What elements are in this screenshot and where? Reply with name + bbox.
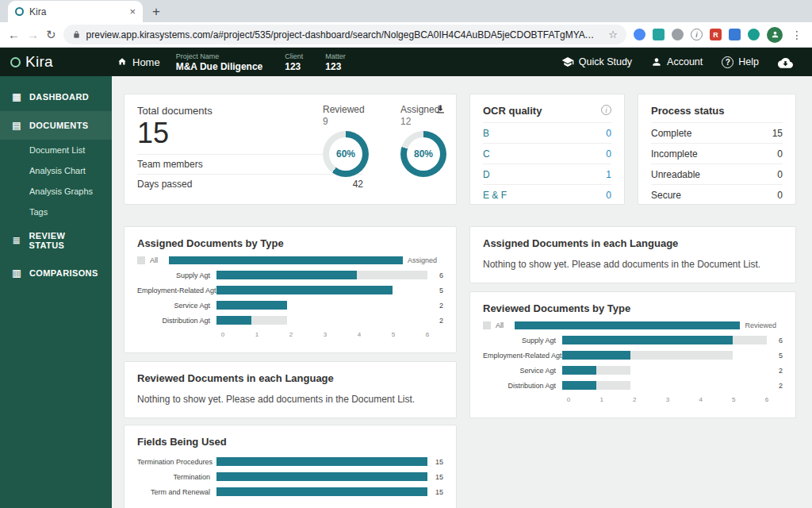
- account-button[interactable]: Account: [651, 56, 703, 67]
- bar-total-label: 15: [427, 488, 443, 496]
- sidebar-item-documents[interactable]: ▤ DOCUMENTS: [0, 111, 112, 140]
- axis-tick-label: 3: [324, 331, 327, 338]
- assigned-percentage: 80%: [400, 131, 446, 177]
- reload-button[interactable]: ↻: [46, 28, 56, 42]
- download-report-button[interactable]: [435, 103, 446, 115]
- app-header: Kira Home Project Name M&A Due Diligence…: [0, 48, 812, 76]
- ocr-grade-count[interactable]: 0: [606, 148, 611, 160]
- home-icon: [117, 56, 128, 67]
- help-button[interactable]: ? Help: [722, 56, 759, 68]
- kira-logo[interactable]: Kira: [0, 53, 112, 71]
- reviewed-documents-language-card: Reviewed Documents in each Language Noth…: [124, 361, 457, 418]
- extension-icon[interactable]: [672, 29, 684, 40]
- question-icon: ?: [722, 56, 733, 68]
- bar-category-label: Service Agt: [483, 367, 562, 375]
- forward-button[interactable]: →: [27, 28, 39, 41]
- chart-row: Termination15: [137, 472, 443, 481]
- chart-row: Termination Procedures15: [137, 457, 443, 466]
- bar-category-label: Termination: [137, 473, 216, 481]
- project-name-block: Project Name M&A Due Diligence: [176, 52, 263, 72]
- sidebar-item-analysis-graphs[interactable]: Analysis Graphs: [0, 181, 112, 202]
- axis-tick-label: 5: [392, 331, 395, 338]
- card-title: Assigned Documents by Type: [137, 237, 443, 249]
- ocr-grade-count[interactable]: 0: [606, 190, 611, 201]
- process-label: Secure: [651, 190, 681, 201]
- extension-r-icon[interactable]: R: [710, 29, 722, 40]
- ocr-grade-count[interactable]: 0: [606, 128, 611, 139]
- extension-camera-icon[interactable]: [653, 29, 665, 40]
- ocr-grade-count[interactable]: 1: [606, 169, 611, 180]
- reviewed-label: Reviewed: [323, 104, 385, 115]
- sidebar-item-analysis-chart[interactable]: Analysis Chart: [0, 160, 112, 181]
- client-block: Client 123: [285, 52, 303, 72]
- process-label: Unreadable: [651, 169, 700, 180]
- ocr-row: B 0: [483, 122, 611, 143]
- help-label: Help: [738, 56, 759, 67]
- quick-study-button[interactable]: Quick Study: [561, 56, 632, 68]
- extension-icon[interactable]: [634, 29, 645, 40]
- nav-home[interactable]: Home: [117, 56, 160, 68]
- assigned-donut-chart: 80%: [400, 131, 446, 177]
- bar-total-label: 2: [767, 367, 783, 375]
- bar-category-label: Employment-Related Agt: [137, 287, 216, 294]
- browser-tab[interactable]: Kira ×: [8, 1, 143, 22]
- account-label: Account: [667, 56, 703, 67]
- bar-category-label: Service Agt: [137, 302, 216, 310]
- cloud-icon: [778, 56, 793, 68]
- summary-card: Total documents 15 Team members 3 Days p…: [124, 94, 457, 205]
- brand-name: Kira: [25, 53, 53, 71]
- browser-menu-button[interactable]: ⋮: [790, 29, 804, 41]
- ocr-grade-link[interactable]: B: [483, 128, 489, 139]
- chart-rows: Supply Agt6Employment-Related Agt5Servic…: [483, 336, 783, 390]
- cloud-download-button[interactable]: [778, 56, 793, 68]
- dashboard-icon: ▦: [11, 91, 22, 102]
- process-label: Incomplete: [651, 148, 698, 160]
- tab-close-icon[interactable]: ×: [129, 6, 136, 17]
- bar-total-label: 5: [767, 352, 783, 360]
- ocr-grade-link[interactable]: C: [483, 148, 490, 160]
- ocr-row: D 1: [483, 164, 611, 184]
- project-name-caption: Project Name: [176, 52, 263, 60]
- assigned-documents-language-card: Assigned Documents in each Language Noth…: [469, 226, 796, 283]
- lock-icon: [72, 30, 81, 39]
- chart-row: Employment-Related Agt5: [483, 351, 783, 360]
- bar-track: [216, 472, 427, 481]
- info-icon[interactable]: i: [691, 29, 703, 40]
- bar-total-label: 2: [427, 317, 443, 325]
- sidebar-item-comparisons[interactable]: ▥ COMPARISONS: [0, 259, 112, 287]
- bar-track: [216, 271, 427, 279]
- matter-caption: Matter: [325, 52, 346, 60]
- axis-tick-label: 1: [255, 331, 259, 338]
- sidebar-item-label: DASHBOARD: [29, 92, 89, 102]
- extension-icon[interactable]: [729, 29, 741, 40]
- process-row: Complete 15: [651, 122, 783, 143]
- bar-total-label: 2: [427, 302, 443, 310]
- card-title: OCR quality: [483, 105, 611, 117]
- project-name-value: M&A Due Diligence: [176, 61, 263, 72]
- sidebar-item-review-status[interactable]: ≣ REVIEW STATUS: [0, 222, 112, 259]
- back-button[interactable]: ←: [8, 28, 20, 41]
- info-icon[interactable]: i: [601, 105, 611, 115]
- axis-tick-label: 3: [666, 396, 669, 403]
- sidebar-item-dashboard[interactable]: ▦ DASHBOARD: [0, 83, 112, 111]
- assigned-documents-by-type-card: Assigned Documents by Type All Assigned …: [124, 226, 457, 353]
- ocr-grade-link[interactable]: D: [483, 169, 490, 180]
- client-value: 123: [285, 61, 303, 72]
- extension-icon[interactable]: [748, 29, 760, 40]
- sidebar-item-label: REVIEW STATUS: [29, 231, 101, 250]
- process-row: Incomplete 0: [651, 143, 783, 164]
- address-bar[interactable]: preview.app.kirasystems.com/a#project/53…: [63, 25, 626, 44]
- bookmark-star-icon[interactable]: ☆: [608, 29, 618, 40]
- new-tab-button[interactable]: +: [152, 1, 160, 22]
- axis-tick-label: 5: [732, 396, 735, 403]
- chart-legend: All Assigned: [137, 256, 443, 264]
- ocr-grade-link[interactable]: E & F: [483, 190, 507, 201]
- axis-tick-label: 2: [633, 396, 636, 403]
- empty-state-text: Nothing to show yet. Please add document…: [137, 394, 443, 405]
- chart-row: Distribution Agt2: [137, 316, 443, 325]
- profile-avatar[interactable]: [767, 27, 783, 43]
- sidebar-item-document-list[interactable]: Document List: [0, 140, 112, 160]
- sidebar-item-tags[interactable]: Tags: [0, 202, 112, 222]
- chart-x-axis: 0123456: [483, 396, 783, 405]
- axis-tick-label: 0: [567, 396, 570, 403]
